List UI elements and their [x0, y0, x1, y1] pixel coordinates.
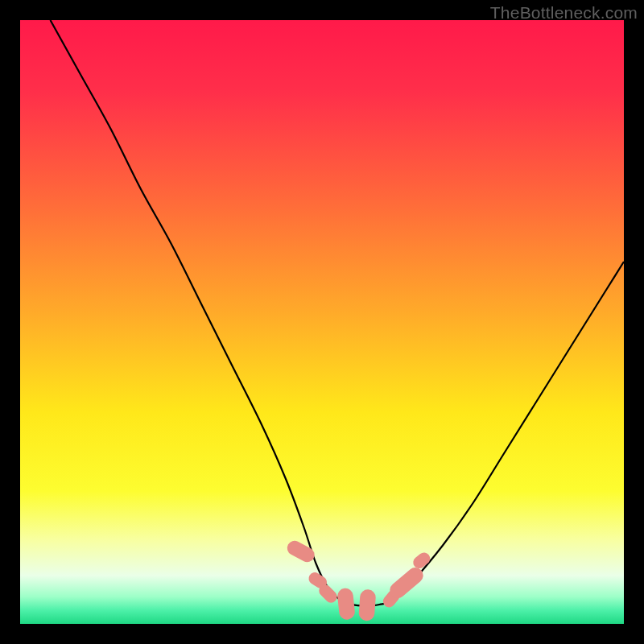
plot-area — [20, 20, 624, 624]
chart-frame: TheBottleneck.com — [0, 0, 644, 644]
gradient-background — [20, 20, 624, 624]
bottleneck-chart — [20, 20, 624, 624]
marker-pill — [358, 589, 376, 621]
watermark-text: TheBottleneck.com — [490, 3, 638, 23]
